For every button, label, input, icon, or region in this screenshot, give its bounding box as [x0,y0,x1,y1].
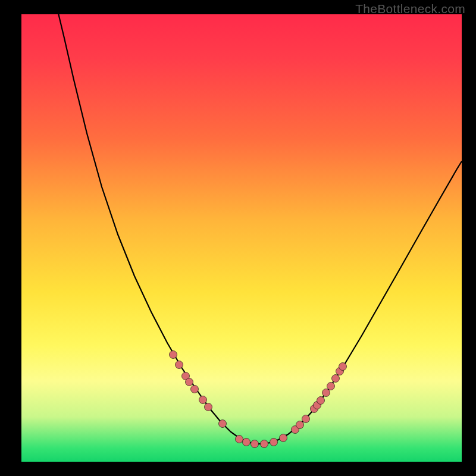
data-point [327,383,335,390]
data-point [322,389,330,397]
data-point [236,436,243,443]
data-points [170,351,347,448]
chart-overlay [21,14,462,462]
data-point [186,378,193,386]
data-point [170,351,177,359]
data-point [251,440,259,448]
data-point [280,434,287,442]
data-point [243,439,250,446]
data-point [176,361,183,369]
data-point [296,421,304,429]
curve-left-branch [57,8,252,443]
data-point [191,386,199,393]
data-point [219,420,227,428]
data-point [302,415,310,423]
watermark-text: TheBottleneck.com [355,2,465,16]
data-point [332,375,340,383]
data-point [199,396,207,404]
data-point [205,403,212,411]
data-point [270,439,278,446]
data-point [339,363,347,371]
curve-right-branch [252,161,462,444]
data-point [317,397,325,405]
data-point [261,440,268,448]
